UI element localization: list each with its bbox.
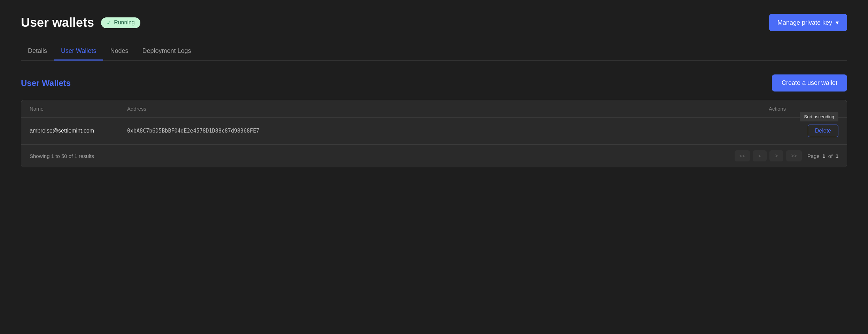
col-header-name: Name (30, 106, 127, 112)
page-header: User wallets ✓ Running Manage private ke… (21, 14, 847, 31)
section-header: User Wallets Create a user wallet (21, 74, 847, 92)
tab-nodes[interactable]: Nodes (103, 42, 135, 61)
page-info: Page 1 of 1 (807, 153, 838, 159)
table-header: Name Address Actions (21, 100, 847, 118)
header-left: User wallets ✓ Running (21, 15, 140, 30)
pagination-row: Showing 1 to 50 of 1 results << < > >> P… (21, 144, 847, 167)
wallet-address: 0xbA8C7b6D5BbBF04dE2e4578D1D88c87d98368F… (127, 128, 769, 134)
last-page-button[interactable]: >> (786, 150, 801, 161)
delete-wallet-button[interactable]: Delete (808, 125, 838, 137)
table-row: ambroise@settlemint.com 0xbA8C7b6D5BbBF0… (21, 118, 847, 144)
sort-tooltip: Sort ascending (800, 112, 838, 121)
status-badge: ✓ Running (101, 17, 140, 28)
wallet-actions: Sort ascending Delete (769, 125, 838, 137)
manage-private-key-button[interactable]: Manage private key ▾ (769, 14, 847, 31)
page-title: User wallets (21, 15, 94, 30)
tab-deployment-logs[interactable]: Deployment Logs (135, 42, 198, 61)
chevron-down-icon: ▾ (836, 19, 839, 26)
status-label: Running (114, 19, 135, 26)
tab-bar: Details User Wallets Nodes Deployment Lo… (21, 42, 847, 61)
pagination-controls: << < > >> Page 1 of 1 (735, 150, 838, 161)
prev-page-button[interactable]: < (753, 150, 767, 161)
first-page-button[interactable]: << (735, 150, 750, 161)
check-icon: ✓ (107, 19, 111, 26)
section-title: User Wallets (21, 78, 71, 88)
col-header-address: Address (127, 106, 769, 112)
col-header-actions: Actions (769, 106, 838, 112)
create-user-wallet-button[interactable]: Create a user wallet (772, 74, 847, 92)
wallet-name: ambroise@settlemint.com (30, 128, 127, 134)
wallets-table: Name Address Actions ambroise@settlemint… (21, 100, 847, 167)
showing-text: Showing 1 to 50 of 1 results (30, 153, 94, 159)
manage-btn-label: Manage private key (777, 19, 832, 26)
next-page-button[interactable]: > (769, 150, 783, 161)
tab-user-wallets[interactable]: User Wallets (54, 42, 103, 61)
tab-details[interactable]: Details (21, 42, 54, 61)
